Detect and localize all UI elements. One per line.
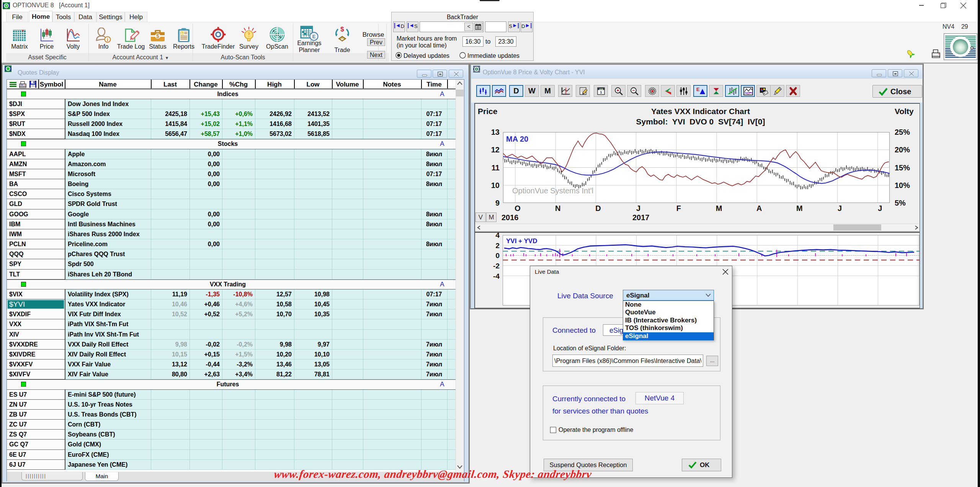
- svg-text:E: E: [312, 34, 316, 39]
- svg-text:$: $: [340, 26, 344, 33]
- svg-text:1: 1: [600, 90, 602, 94]
- svg-text:w: w: [340, 37, 344, 41]
- svg-text:JAN: JAN: [599, 88, 603, 90]
- svg-text:E: E: [696, 87, 700, 92]
- svg-text:$: $: [156, 33, 159, 39]
- svg-text:$: $: [181, 31, 183, 35]
